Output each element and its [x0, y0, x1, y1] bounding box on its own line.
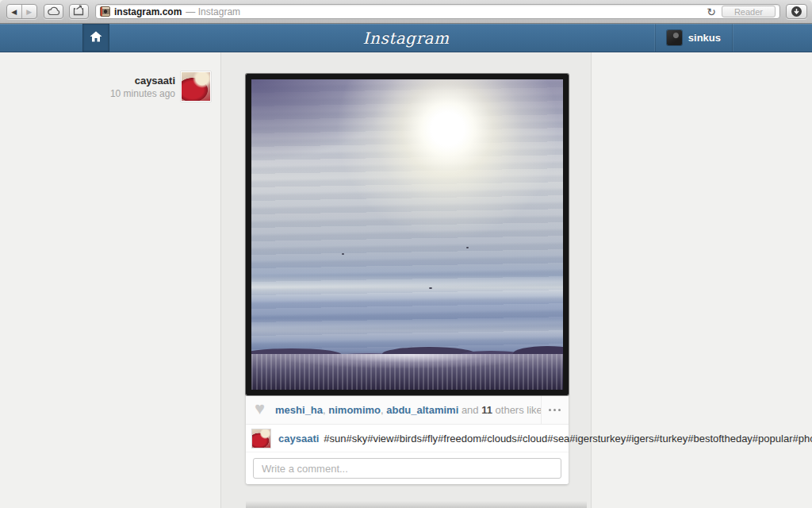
likes-row: ♥ meshi_ha, nimomimo, abdu_altamimi and … — [246, 395, 569, 425]
reload-icon[interactable]: ↻ — [705, 6, 718, 17]
post-card: ♥ meshi_ha, nimomimo, abdu_altamimi and … — [246, 74, 569, 484]
forward-button[interactable]: ▶ — [22, 5, 37, 18]
back-button[interactable]: ◀ — [7, 5, 22, 18]
icloud-tabs-button[interactable] — [44, 4, 63, 19]
page-content: caysaati 10 minutes ago ♥ meshi_ — [0, 52, 812, 508]
back-icon: ◀ — [11, 8, 17, 16]
caption-hashtags[interactable]: #sun#sky#view#birds#fly#freedom#clouds#c… — [324, 433, 812, 444]
feed-column: ♥ meshi_ha, nimomimo, abdu_altamimi and … — [221, 52, 592, 508]
photo-sea — [251, 354, 563, 390]
address-bar[interactable]: instagram.com — Instagram ↻ Reader — [95, 4, 780, 19]
cloud-icon — [47, 5, 60, 19]
photo-bird — [342, 253, 344, 255]
liker-link[interactable]: nimomimo — [328, 404, 381, 416]
left-column: caysaati 10 minutes ago — [0, 52, 221, 508]
download-icon — [791, 6, 802, 17]
caption-author-link[interactable]: caysaati — [278, 433, 319, 444]
caption-row: caysaati #sun#sky#view#birds#fly#freedom… — [246, 425, 569, 452]
browser-toolbar: ◀ ▶ instagram.com — Instagram ↻ Reader — [0, 0, 812, 24]
liker-link[interactable]: meshi_ha — [275, 404, 323, 416]
post-author-text: caysaati 10 minutes ago — [110, 75, 175, 99]
ellipsis-icon — [549, 409, 551, 411]
user-menu-label: sinkus — [688, 32, 721, 44]
caption-author-avatar[interactable] — [252, 429, 270, 448]
home-icon — [90, 31, 102, 45]
ellipsis-icon — [553, 409, 556, 411]
post-options-button[interactable] — [541, 395, 569, 424]
user-menu[interactable]: sinkus — [655, 24, 733, 52]
share-button[interactable] — [69, 4, 89, 19]
share-icon — [73, 5, 85, 19]
photo-bird — [429, 287, 432, 289]
post-author-block: caysaati 10 minutes ago — [110, 71, 211, 102]
post-author-link[interactable]: caysaati — [110, 75, 175, 87]
likes-text: meshi_ha, nimomimo, abdu_altamimi and 11… — [275, 404, 541, 416]
comment-row — [246, 452, 569, 484]
next-post-shadow — [246, 501, 587, 508]
likes-count: 11 — [481, 404, 492, 416]
forward-icon: ▶ — [26, 8, 32, 16]
downloads-button[interactable] — [786, 4, 807, 19]
comment-input[interactable] — [253, 458, 561, 479]
history-nav-buttons: ◀ ▶ — [6, 4, 37, 19]
user-avatar — [667, 30, 682, 45]
post-photo[interactable] — [246, 74, 569, 395]
post-timestamp: 10 minutes ago — [110, 88, 175, 99]
instagram-logo[interactable]: Instagram — [363, 28, 450, 47]
post-author-avatar[interactable] — [181, 71, 211, 102]
url-page-title: — Instagram — [186, 6, 240, 17]
like-heart-icon[interactable]: ♥ — [246, 400, 275, 419]
url-host: instagram.com — [114, 6, 182, 17]
likes-and-label: and — [458, 404, 481, 416]
home-button[interactable] — [82, 24, 109, 52]
photo-bird — [466, 247, 469, 248]
liker-link[interactable]: abdu_altamimi — [386, 404, 458, 416]
likes-suffix: others like this. — [492, 404, 541, 416]
reader-button[interactable]: Reader — [722, 6, 776, 17]
instagram-navbar: Instagram sinkus — [0, 24, 812, 52]
ellipsis-icon — [558, 409, 561, 411]
instagram-favicon-icon — [100, 6, 110, 17]
